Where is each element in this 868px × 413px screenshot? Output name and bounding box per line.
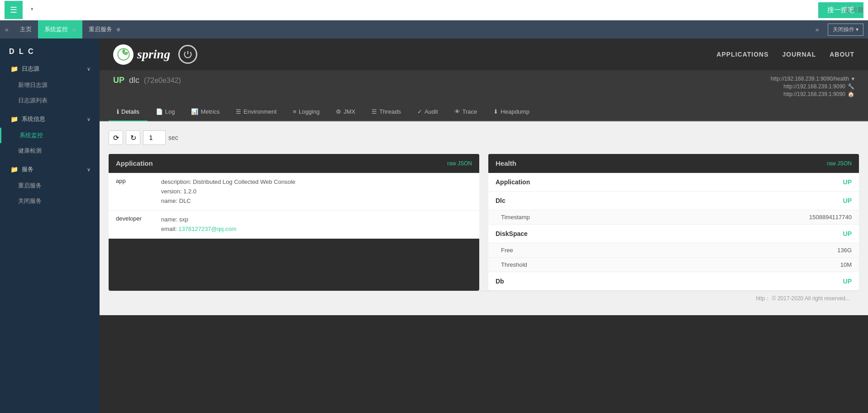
sidebar-item-add-log[interactable]: 新增日志源	[0, 77, 100, 93]
hamburger-button[interactable]: ☰	[5, 1, 23, 19]
sba-tab-jmx[interactable]: ⚙ JMX	[328, 103, 363, 121]
tab-home[interactable]: 主页	[14, 20, 38, 38]
sba-logo: spring	[113, 44, 197, 65]
developer-key: developer	[116, 215, 152, 222]
theme-icon: ⊞	[845, 7, 850, 14]
details-tab-label: Details	[121, 108, 139, 115]
tab-monitor-label: 系统监控	[44, 25, 68, 34]
app-value: description: Distributed Log Collected W…	[161, 178, 296, 206]
sba-tab-details[interactable]: ℹ Details	[109, 103, 148, 121]
application-card-body: app description: Distributed Log Collect…	[109, 173, 479, 239]
trace-tab-label: Trace	[463, 108, 477, 115]
sba-tab-environment[interactable]: ☰ Environment	[228, 103, 285, 121]
tab-home-label: 主页	[20, 25, 32, 34]
tab-restart-close[interactable]: ⊕	[116, 27, 120, 33]
tab-next-button[interactable]: »	[811, 20, 824, 38]
search-input[interactable]	[27, 5, 818, 15]
sba-nav-applications[interactable]: APPLICATIONS	[716, 51, 768, 58]
close-ops-arrow: ▾	[856, 26, 858, 33]
health-card-title: Health	[496, 159, 516, 167]
sba-tab-heapdump[interactable]: ⬇ Heapdump	[485, 103, 538, 121]
health-diskspace-status: UP	[843, 230, 852, 237]
app-status-bar: UP dlc (72e0e342) http://192.168.239.1:9…	[100, 70, 868, 103]
tab-monitor[interactable]: 系统监控 ⊕	[38, 20, 82, 38]
services-arrow-icon: ∨	[87, 167, 91, 173]
tab-monitor-close[interactable]: ⊕	[72, 27, 76, 33]
tab-restart[interactable]: 重启服务 ⊕	[82, 20, 127, 38]
developer-row: developer name: sxp email: 1378127237@qq…	[109, 211, 479, 239]
developer-value: name: sxp email: 1378127237@qq.com	[161, 215, 236, 234]
health-db-title: Db	[496, 278, 504, 285]
health-free-row: Free 136G	[488, 243, 859, 257]
sidebar-group-sysinfo-header[interactable]: 📁 系统信息 ∨	[0, 110, 100, 128]
app-link-wrench-url: http://192.168.239.1:9090	[783, 83, 845, 90]
sba-tab-threads[interactable]: ☰ Threads	[363, 103, 409, 121]
stop-refresh-button[interactable]: ⟳	[109, 130, 123, 145]
app-row: app description: Distributed Log Collect…	[109, 173, 479, 211]
health-application-header: Application UP	[488, 173, 859, 191]
close-ops-button[interactable]: 关闭操作 ▾	[828, 24, 863, 36]
app-key: app	[116, 178, 152, 184]
jmx-tab-icon: ⚙	[336, 108, 341, 115]
log-tab-label: Log	[165, 108, 175, 115]
sba-nav-journal[interactable]: JOURNAL	[782, 51, 816, 58]
sidebar-group-services: 📁 服务 ∨ 重启服务 关闭服务	[0, 161, 100, 209]
metrics-tab-icon: 📊	[191, 108, 198, 115]
theme-label: 主题	[852, 6, 863, 14]
sba-nav-about[interactable]: ABOUT	[830, 51, 854, 58]
sysinfo-group-label: 系统信息	[22, 115, 45, 123]
app-link-home-url: http://192.168.239.1:9090	[783, 91, 845, 97]
cards-row: Application raw JSON app description: Di…	[109, 154, 859, 291]
sidebar-group-sysinfo: 📁 系统信息 ∨ 系统监控 健康检测	[0, 110, 100, 158]
close-ops-label: 关闭操作	[833, 26, 854, 33]
sidebar-group-services-header[interactable]: 📁 服务 ∨	[0, 161, 100, 178]
sba-tab-trace[interactable]: 👁 Trace	[446, 103, 486, 121]
health-db-status: UP	[843, 278, 852, 285]
sba-tab-audit[interactable]: ✓ Audit	[409, 103, 446, 121]
health-card-body: Application UP Dlc UP	[488, 173, 859, 291]
theme-button[interactable]: ⊞ 主题	[845, 6, 863, 14]
refresh-button[interactable]: ↻	[126, 130, 140, 145]
sba-tab-logging[interactable]: ≡ Logging	[285, 103, 328, 121]
sidebar-item-log-list[interactable]: 日志源列表	[0, 93, 100, 108]
sba-tab-log[interactable]: 📄 Log	[148, 103, 183, 121]
application-raw-json-button[interactable]: raw JSON	[447, 160, 472, 167]
log-tab-icon: 📄	[156, 108, 163, 115]
sidebar-item-close-svc[interactable]: 关闭服务	[0, 193, 100, 209]
health-threshold-row: Threshold 10M	[488, 257, 859, 272]
health-raw-json-button[interactable]: raw JSON	[827, 160, 852, 167]
hamburger-icon: ☰	[10, 5, 17, 15]
sidebar-group-logs-header[interactable]: 📁 日志源 ∨	[0, 60, 100, 77]
app-name: dlc	[129, 76, 139, 85]
sidebar-item-restart-svc[interactable]: 重启服务	[0, 178, 100, 193]
environment-tab-label: Environment	[243, 108, 277, 115]
content-area: spring APPLICATIONS JOURNAL ABOUT	[100, 38, 868, 413]
sba-nav-links: APPLICATIONS JOURNAL ABOUT	[716, 51, 854, 58]
heapdump-tab-icon: ⬇	[493, 108, 498, 115]
sec-label: sec	[168, 134, 178, 141]
developer-email-link[interactable]: 1378127237@qq.com	[178, 226, 236, 232]
sidebar-title: D L C	[0, 43, 100, 60]
footer-text: http： © 2017-2020 All right reserved...	[756, 295, 850, 302]
services-group-label: 服务	[22, 165, 33, 173]
application-card: Application raw JSON app description: Di…	[109, 154, 479, 291]
refresh-interval-input[interactable]	[143, 130, 166, 145]
app-id: (72e0e342)	[144, 77, 181, 85]
sidebar-item-monitor[interactable]: 系统监控	[0, 128, 100, 143]
tab-bar: « 主页 系统监控 ⊕ 重启服务 ⊕ » 关闭操作 ▾	[0, 20, 868, 38]
services-folder-icon: 📁	[10, 166, 18, 173]
sba-tab-metrics[interactable]: 📊 Metrics	[183, 103, 228, 121]
health-link-icon: ♥	[851, 76, 854, 82]
sidebar-item-health[interactable]: 健康检测	[0, 143, 100, 158]
health-card: Health raw JSON Application UP	[488, 154, 859, 291]
details-tab-icon: ℹ	[117, 108, 119, 115]
sba-tabs: ℹ Details 📄 Log 📊 Metrics ☰ Environment …	[100, 103, 868, 121]
logs-folder-icon: 📁	[10, 65, 18, 72]
top-bar: ☰ 搜一搜吧 ⊞ 主题	[0, 0, 868, 20]
app-link-health-url: http://192.168.239.1:9090/health	[771, 76, 849, 82]
metrics-tab-label: Metrics	[200, 108, 219, 115]
tab-prev-button[interactable]: «	[0, 20, 14, 38]
logs-arrow-icon: ∨	[87, 66, 91, 72]
health-diskspace-title: DiskSpace	[496, 230, 528, 237]
health-section-db: Db UP	[488, 272, 859, 291]
